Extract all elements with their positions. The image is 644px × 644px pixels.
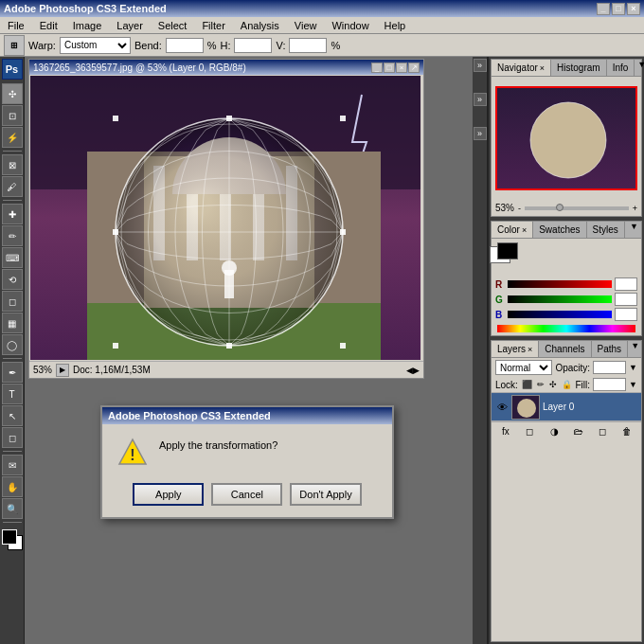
tab-swatches[interactable]: Swatches xyxy=(533,222,586,238)
zoom-tool[interactable]: 🔍 xyxy=(2,498,23,519)
navigator-tab-close[interactable]: × xyxy=(540,63,545,73)
menu-help[interactable]: Help xyxy=(381,19,410,32)
status-btn[interactable]: ▶ xyxy=(56,364,69,377)
layer-visibility-eye[interactable]: 👁 xyxy=(495,401,509,414)
color-tab-close[interactable]: × xyxy=(522,225,527,235)
type-tool[interactable]: T xyxy=(2,384,23,404)
b-channel-input[interactable]: 0 xyxy=(615,308,637,321)
r-channel-bar[interactable] xyxy=(508,280,612,288)
clone-tool[interactable]: ⌨ xyxy=(2,247,23,268)
dodge-tool[interactable]: ◯ xyxy=(2,334,23,355)
doc-close-button[interactable]: × xyxy=(396,63,407,73)
fill-input[interactable]: 100% xyxy=(593,378,626,391)
b-channel-bar[interactable] xyxy=(508,311,612,318)
lasso-tool[interactable]: ⊡ xyxy=(2,105,23,126)
menu-window[interactable]: Window xyxy=(328,19,372,32)
move-tool[interactable]: ✣ xyxy=(2,83,23,104)
menu-view[interactable]: View xyxy=(291,19,321,32)
vert-expand-btn-2[interactable]: » xyxy=(474,93,487,106)
fill-arrow[interactable]: ▼ xyxy=(629,380,637,389)
v-input[interactable]: 0.0 xyxy=(289,38,327,53)
menu-select[interactable]: Select xyxy=(154,19,191,32)
warp-select[interactable]: Custom Arc Arch Bulge Shell Lower Sphere xyxy=(60,37,131,54)
gradient-tool[interactable]: ▦ xyxy=(2,313,23,333)
main-canvas[interactable] xyxy=(30,76,420,360)
fg-color-swatch[interactable] xyxy=(497,242,518,259)
lock-all-icon[interactable]: 🔒 xyxy=(562,379,572,390)
maximize-button[interactable]: □ xyxy=(612,3,625,15)
h-input[interactable]: 0.0 xyxy=(234,38,272,53)
tab-channels[interactable]: Channels xyxy=(539,341,591,357)
layer-mask-button[interactable]: ◻ xyxy=(522,424,537,439)
hand-tool[interactable]: ✋ xyxy=(2,476,23,497)
layer-item[interactable]: 👁 Layer 0 xyxy=(492,393,641,421)
vert-expand-btn-3[interactable]: » xyxy=(474,127,487,140)
doc-minimize-button[interactable]: _ xyxy=(371,63,383,73)
eraser-tool[interactable]: ◻ xyxy=(2,291,23,312)
opacity-input[interactable]: 100% xyxy=(593,361,626,374)
navigator-panel-menu[interactable]: ▼ xyxy=(635,60,644,76)
layer-thumbnail[interactable] xyxy=(511,395,540,420)
menu-layer[interactable]: Layer xyxy=(113,19,147,32)
tab-info[interactable]: Info xyxy=(607,60,635,76)
lock-image-icon[interactable]: ✏ xyxy=(536,379,545,390)
g-channel-bar[interactable] xyxy=(508,295,612,303)
zoom-out-icon[interactable]: - xyxy=(518,204,521,213)
blend-mode-select[interactable]: Normal Multiply Screen Overlay xyxy=(495,360,552,375)
dialog-title-bar: Adobe Photoshop CS3 Extended xyxy=(102,407,392,424)
eyedropper-tool[interactable]: 🖋 xyxy=(2,176,23,197)
close-button[interactable]: × xyxy=(627,3,640,15)
navigator-panel: Navigator × Histogram Info ▼ 53% - xyxy=(491,59,642,217)
g-channel-input[interactable]: 0 xyxy=(615,293,637,306)
new-layer-button[interactable]: ◻ xyxy=(595,424,610,439)
delete-layer-button[interactable]: 🗑 xyxy=(619,424,635,439)
dont-apply-button[interactable]: Don't Apply xyxy=(290,483,361,506)
menu-filter[interactable]: Filter xyxy=(198,19,228,32)
layer-fx-button[interactable]: fx xyxy=(498,424,513,439)
rainbow-bar[interactable] xyxy=(497,325,635,332)
doc-maximize-button[interactable]: □ xyxy=(384,63,395,73)
shape-tool[interactable]: ◻ xyxy=(2,427,23,448)
opacity-arrow[interactable]: ▼ xyxy=(629,363,637,372)
tab-histogram[interactable]: Histogram xyxy=(551,60,607,76)
layer-adjustment-button[interactable]: ◑ xyxy=(546,424,562,439)
layers-panel-menu[interactable]: ▼ xyxy=(628,341,642,357)
new-group-button[interactable]: 🗁 xyxy=(571,424,586,439)
apply-button[interactable]: Apply xyxy=(133,483,204,506)
pen-tool[interactable]: ✒ xyxy=(2,362,23,383)
lock-transparent-icon[interactable]: ⬛ xyxy=(522,379,532,390)
bend-input[interactable]: 0.0 xyxy=(166,38,204,53)
zoom-in-icon[interactable]: + xyxy=(633,204,637,213)
r-channel-input[interactable]: 0 xyxy=(615,277,637,291)
navigator-preview[interactable] xyxy=(495,86,637,190)
zoom-slider[interactable] xyxy=(525,206,629,210)
crop-tool[interactable]: ⊠ xyxy=(2,154,23,175)
vert-expand-btn-1[interactable]: » xyxy=(474,59,487,72)
menu-edit[interactable]: Edit xyxy=(36,19,62,32)
tab-navigator[interactable]: Navigator × xyxy=(492,60,551,76)
canvas-viewport[interactable] xyxy=(30,76,420,360)
r-channel-label: R xyxy=(495,279,505,290)
tab-color[interactable]: Color × xyxy=(492,222,533,238)
quick-select-tool[interactable]: ⚡ xyxy=(2,127,23,148)
nav-arrow[interactable]: ◀▶ xyxy=(406,366,420,375)
brush-tool[interactable]: ✏ xyxy=(2,225,23,246)
tab-layers[interactable]: Layers × xyxy=(492,341,539,357)
notes-tool[interactable]: ✉ xyxy=(2,455,23,475)
cancel-button[interactable]: Cancel xyxy=(211,483,282,506)
tab-styles[interactable]: Styles xyxy=(587,222,625,238)
lock-position-icon[interactable]: ✣ xyxy=(548,379,557,390)
minimize-button[interactable]: _ xyxy=(597,3,610,15)
healing-tool[interactable]: ✚ xyxy=(2,204,23,224)
menu-analysis[interactable]: Analysis xyxy=(237,19,283,32)
color-swatch-area[interactable] xyxy=(2,529,23,550)
color-panel-menu[interactable]: ▼ xyxy=(627,222,641,238)
foreground-color-swatch[interactable] xyxy=(2,529,17,545)
doc-expand-button[interactable]: ↗ xyxy=(408,63,420,73)
menu-file[interactable]: File xyxy=(4,19,28,32)
menu-image[interactable]: Image xyxy=(69,19,106,32)
history-brush-tool[interactable]: ⟲ xyxy=(2,269,23,290)
layers-tab-close[interactable]: × xyxy=(528,345,532,354)
path-select-tool[interactable]: ↖ xyxy=(2,405,23,426)
tab-paths[interactable]: Paths xyxy=(592,341,629,357)
